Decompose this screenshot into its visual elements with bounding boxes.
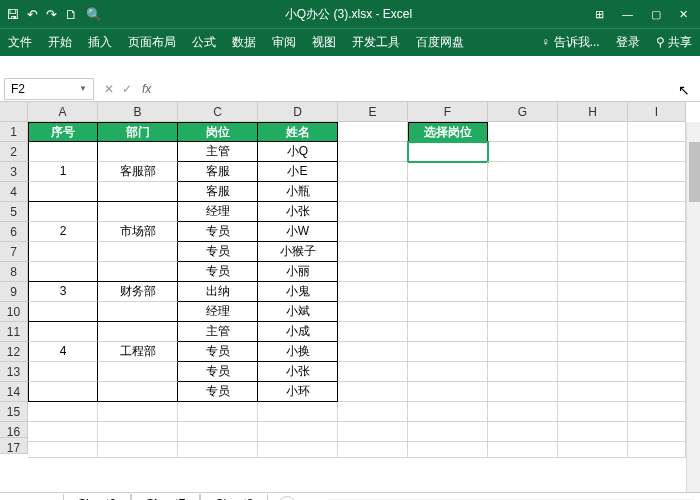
row-header[interactable]: 17 (0, 438, 28, 454)
cell[interactable]: 经理 (178, 202, 258, 222)
cell[interactable] (98, 302, 178, 322)
cell[interactable] (28, 182, 98, 202)
row-header[interactable]: 1 (0, 122, 28, 142)
cell[interactable] (408, 382, 488, 402)
cell[interactable] (28, 362, 98, 382)
cell[interactable]: 专员 (178, 342, 258, 362)
maximize-icon[interactable]: ▢ (651, 8, 661, 21)
row-header[interactable]: 4 (0, 182, 28, 202)
cell[interactable] (98, 402, 178, 422)
cell[interactable] (28, 142, 98, 162)
tab-review[interactable]: 审阅 (272, 34, 296, 51)
cell[interactable] (558, 142, 628, 162)
cell[interactable] (628, 162, 686, 182)
cell[interactable] (408, 362, 488, 382)
cell[interactable]: 工程部 (98, 342, 178, 362)
cell[interactable] (488, 242, 558, 262)
cell[interactable]: 客服 (178, 182, 258, 202)
tab-file[interactable]: 文件 (8, 34, 32, 51)
cell[interactable]: 小E (258, 162, 338, 182)
cell[interactable] (178, 438, 258, 458)
cell[interactable] (558, 362, 628, 382)
cell[interactable]: 4 (28, 342, 98, 362)
tab-formula[interactable]: 公式 (192, 34, 216, 51)
cell[interactable] (338, 162, 408, 182)
cell[interactable] (488, 438, 558, 458)
cell[interactable]: 小斌 (258, 302, 338, 322)
cancel-formula-icon[interactable]: ✕ (104, 82, 114, 96)
col-header[interactable]: B (98, 102, 178, 122)
cell[interactable] (628, 362, 686, 382)
cell[interactable] (338, 122, 408, 142)
cell[interactable]: 经理 (178, 302, 258, 322)
cell[interactable] (98, 382, 178, 402)
row-header[interactable]: 12 (0, 342, 28, 362)
cell[interactable] (98, 438, 178, 458)
cell[interactable] (408, 162, 488, 182)
cell[interactable] (488, 142, 558, 162)
ribbon-options-icon[interactable]: ⊞ (595, 8, 604, 21)
row-header[interactable]: 7 (0, 242, 28, 262)
col-header[interactable]: D (258, 102, 338, 122)
cell[interactable]: 专员 (178, 362, 258, 382)
cell[interactable]: 主管 (178, 322, 258, 342)
cell[interactable] (558, 282, 628, 302)
preview-icon[interactable]: 🔍 (86, 7, 102, 22)
cell[interactable] (408, 438, 488, 458)
cell[interactable] (488, 262, 558, 282)
new-icon[interactable]: 🗋 (65, 7, 78, 22)
cell[interactable] (488, 222, 558, 242)
row-header[interactable]: 16 (0, 422, 28, 438)
cell[interactable] (628, 402, 686, 422)
row-header[interactable]: 13 (0, 362, 28, 382)
cell[interactable]: 3 (28, 282, 98, 302)
cell[interactable] (408, 182, 488, 202)
cell[interactable] (628, 438, 686, 458)
cell[interactable]: 财务部 (98, 282, 178, 302)
sheet-tab[interactable]: Sheet7 (131, 494, 200, 501)
cell[interactable] (338, 402, 408, 422)
cell[interactable] (558, 122, 628, 142)
row-header[interactable]: 2 (0, 142, 28, 162)
close-icon[interactable]: ✕ (679, 8, 688, 21)
cell[interactable] (338, 202, 408, 222)
cell[interactable]: 出纳 (178, 282, 258, 302)
col-header[interactable]: A (28, 102, 98, 122)
cell[interactable] (628, 222, 686, 242)
cell[interactable] (338, 302, 408, 322)
cell[interactable] (338, 342, 408, 362)
cell[interactable] (408, 262, 488, 282)
cell[interactable] (488, 162, 558, 182)
cell[interactable]: 专员 (178, 242, 258, 262)
cell[interactable] (258, 402, 338, 422)
cell[interactable] (28, 302, 98, 322)
cell[interactable] (338, 282, 408, 302)
cell[interactable]: 序号 (28, 122, 98, 142)
tab-data[interactable]: 数据 (232, 34, 256, 51)
cell[interactable] (408, 342, 488, 362)
col-header[interactable]: I (628, 102, 686, 122)
tab-insert[interactable]: 插入 (88, 34, 112, 51)
cell[interactable] (488, 342, 558, 362)
cell[interactable] (98, 322, 178, 342)
cell[interactable] (408, 242, 488, 262)
row-header[interactable]: 10 (0, 302, 28, 322)
cell[interactable] (98, 142, 178, 162)
cell[interactable] (338, 438, 408, 458)
cell[interactable] (488, 362, 558, 382)
cell[interactable] (338, 182, 408, 202)
cell[interactable]: 小瓶 (258, 182, 338, 202)
cell[interactable] (628, 282, 686, 302)
tab-view[interactable]: 视图 (312, 34, 336, 51)
cell[interactable] (28, 322, 98, 342)
cell[interactable] (558, 162, 628, 182)
cell[interactable] (488, 382, 558, 402)
cell[interactable] (628, 322, 686, 342)
cell[interactable]: 专员 (178, 222, 258, 242)
vertical-scrollbar[interactable] (686, 122, 700, 492)
cell[interactable]: 专员 (178, 262, 258, 282)
cell[interactable] (98, 242, 178, 262)
col-header[interactable]: C (178, 102, 258, 122)
tab-dev[interactable]: 开发工具 (352, 34, 400, 51)
cell[interactable]: 小张 (258, 202, 338, 222)
